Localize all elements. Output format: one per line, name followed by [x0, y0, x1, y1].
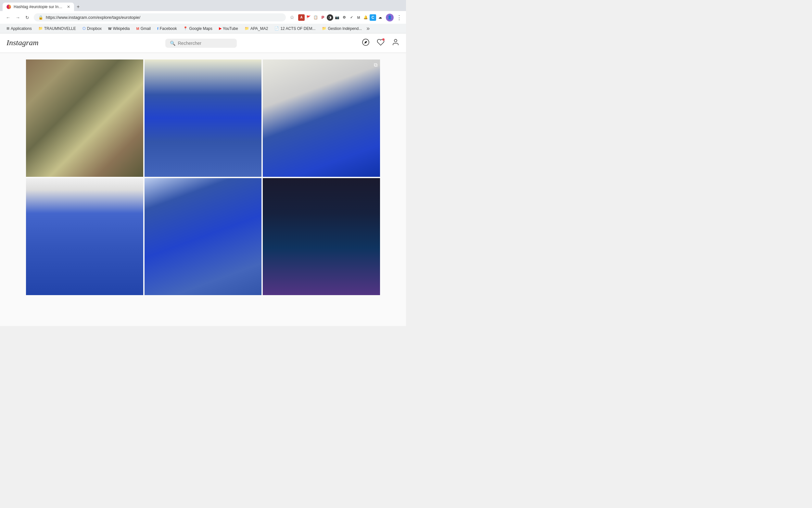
reload-button[interactable]: ↻ — [23, 14, 31, 22]
profile-nav-icon[interactable] — [392, 38, 399, 48]
back-button[interactable]: ← — [4, 14, 12, 22]
gallery-icon: ⧉ — [374, 62, 377, 68]
browser-chrome: Hashtag #eurotopie sur Instag... ✕ + ← →… — [0, 0, 406, 34]
folder-icon-2: 📁 — [245, 26, 249, 31]
bookmark-gestion-label: Gestion Indépend... — [328, 26, 362, 31]
photo-cell-4[interactable] — [26, 178, 143, 295]
ext-c[interactable]: C — [370, 14, 376, 21]
new-tab-button[interactable]: + — [74, 3, 82, 11]
folder-icon-3: 📁 — [322, 26, 326, 31]
ext-check[interactable]: ✓ — [348, 14, 355, 21]
ext-filter[interactable]: ⚙ — [341, 14, 347, 21]
ext-adblock[interactable]: A — [298, 14, 305, 21]
forward-button[interactable]: → — [14, 14, 22, 22]
explore-icon[interactable] — [362, 38, 370, 48]
photo-cell-3[interactable]: ⧉ — [263, 59, 380, 177]
instagram-page: Instagram 🔍 — [0, 34, 406, 326]
bookmark-dropbox-label: Dropbox — [87, 26, 102, 31]
lock-icon: 🔒 — [38, 15, 43, 20]
profile-avatar[interactable]: 👤 — [386, 14, 394, 22]
bookmark-googlemaps-label: Google Maps — [189, 26, 212, 31]
nav-buttons: ← → ↻ — [4, 14, 31, 22]
youtube-icon: ▶ — [219, 26, 222, 31]
wikipedia-icon: W — [108, 27, 111, 31]
heart-icon[interactable] — [377, 38, 385, 48]
browser-menu-button[interactable]: ⋮ — [396, 14, 402, 21]
tab-close-button[interactable]: ✕ — [67, 5, 70, 9]
photo-cell-2[interactable] — [145, 59, 262, 177]
notification-dot — [382, 38, 385, 41]
gmail-icon: M — [136, 27, 139, 31]
search-bar[interactable]: 🔍 — [165, 39, 237, 48]
search-input[interactable] — [178, 41, 230, 46]
bookmark-traumnovelle-label: TRAUMNOVELLE — [44, 26, 76, 31]
bookmark-applications-label: Applications — [11, 26, 32, 31]
ext-dark[interactable]: ◑ — [327, 14, 333, 21]
facebook-icon: f — [157, 27, 158, 31]
maps-icon: 📍 — [183, 26, 188, 31]
address-bar: ← → ↻ 🔒 https://www.instagram.com/explor… — [0, 11, 406, 24]
ext-camera[interactable]: 📷 — [334, 14, 340, 21]
bookmark-youtube[interactable]: ▶ YouTube — [216, 26, 241, 32]
tab-bar: Hashtag #eurotopie sur Instag... ✕ + — [0, 0, 406, 11]
bookmark-wikipedia[interactable]: W Wikipédia — [105, 26, 132, 32]
document-icon: 📄 — [275, 26, 279, 31]
bookmark-12acts-label: 12 ACTS OF DEM... — [280, 26, 316, 31]
dropbox-icon: ⬡ — [83, 26, 86, 31]
ext-pinterest[interactable]: P — [320, 14, 326, 21]
bookmark-wikipedia-label: Wikipédia — [113, 26, 130, 31]
bookmark-dropbox[interactable]: ⬡ Dropbox — [80, 26, 104, 32]
url-path: /explore/tags/eurotopie/ — [96, 15, 140, 20]
ext-cloud[interactable]: ☁ — [377, 14, 383, 21]
photo-cell-5[interactable] — [145, 178, 262, 295]
bookmarks-bar: ⊞ Applications 📁 TRAUMNOVELLE ⬡ Dropbox … — [0, 24, 406, 34]
search-icon: 🔍 — [170, 41, 176, 46]
svg-point-3 — [394, 39, 397, 42]
photo-grid: ⧉ — [0, 53, 406, 302]
instagram-nav — [362, 38, 399, 48]
bookmark-gestion[interactable]: 📁 Gestion Indépend... — [319, 26, 365, 32]
ext-document[interactable]: 📋 — [313, 14, 319, 21]
url-actions: ☆ — [288, 13, 296, 22]
bookmark-gmail[interactable]: M Gmail — [134, 26, 154, 32]
bookmark-apama2[interactable]: 📁 APA_MA2 — [242, 26, 271, 32]
instagram-header: Instagram 🔍 — [0, 34, 406, 53]
ext-m[interactable]: M — [355, 14, 362, 21]
favicon-instagram — [6, 5, 11, 9]
tab-favicon — [6, 5, 11, 9]
url-bar[interactable]: 🔒 https://www.instagram.com/explore/tags… — [34, 13, 286, 22]
active-tab[interactable]: Hashtag #eurotopie sur Instag... ✕ — [3, 3, 74, 11]
bookmark-googlemaps[interactable]: 📍 Google Maps — [181, 26, 215, 32]
photo-cell-6[interactable] — [263, 178, 380, 295]
ext-notify[interactable]: 🔔 — [363, 14, 369, 21]
ext-flag[interactable]: 🚩 — [305, 14, 312, 21]
bookmark-applications[interactable]: ⊞ Applications — [4, 26, 35, 32]
bookmark-youtube-label: YouTube — [223, 26, 238, 31]
tab-title: Hashtag #eurotopie sur Instag... — [14, 5, 64, 9]
folder-icon-1: 📁 — [38, 26, 43, 31]
bookmark-facebook[interactable]: f Facebook — [155, 26, 179, 32]
instagram-logo[interactable]: Instagram — [6, 37, 40, 49]
url-text: https://www.instagram.com/explore/tags/e… — [46, 15, 281, 20]
extensions: A 🚩 📋 P ◑ 📷 ⚙ ✓ M 🔔 C ☁ — [298, 14, 383, 21]
star-button[interactable]: ☆ — [288, 13, 296, 22]
svg-marker-2 — [365, 41, 367, 43]
bookmark-facebook-label: Facebook — [160, 26, 177, 31]
url-domain: https://www.instagram.com — [46, 15, 96, 20]
bookmark-gmail-label: Gmail — [141, 26, 151, 31]
more-bookmarks-button[interactable]: » — [366, 25, 370, 32]
apps-icon: ⊞ — [6, 26, 9, 31]
bookmark-apama2-label: APA_MA2 — [250, 26, 268, 31]
bookmark-12acts[interactable]: 📄 12 ACTS OF DEM... — [272, 26, 318, 32]
svg-text:Instagram: Instagram — [6, 38, 39, 47]
photo-cell-1[interactable] — [26, 59, 143, 177]
bookmark-traumnovelle[interactable]: 📁 TRAUMNOVELLE — [36, 26, 79, 32]
